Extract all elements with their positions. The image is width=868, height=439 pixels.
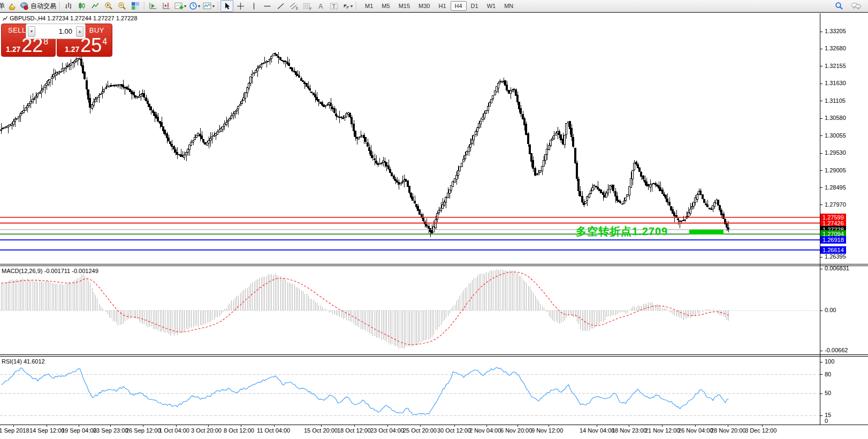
time-axis-label: 26 Sep 12:00 — [126, 427, 161, 434]
macd-tick-label: 0.00 — [825, 307, 836, 313]
svg-text:A: A — [318, 3, 323, 10]
periods-button[interactable]: ▾ — [188, 0, 201, 12]
price-tag: 1.26918 — [820, 236, 846, 244]
chevron-down-icon: ▾ — [198, 4, 200, 9]
macd-indicator-label: MACD(12,26,9) -0.001711 -0.001249 — [2, 268, 98, 274]
chevron-down-icon: ▾ — [212, 4, 215, 9]
line-chart-icon[interactable] — [89, 0, 102, 12]
candlestick-chart-icon[interactable] — [75, 0, 88, 12]
rsi-tick-label: 0 — [825, 418, 828, 424]
chat-icon[interactable] — [850, 0, 863, 12]
price-tick-label: 1.30055 — [825, 132, 846, 139]
timeframe-H4[interactable]: H4 — [451, 1, 467, 11]
price-tick-label: 1.29005 — [825, 167, 846, 173]
time-axis-label: 1 Oct 04:00 — [159, 427, 189, 434]
time-axis-label: 6 Nov 20:00 — [500, 427, 532, 434]
separator — [144, 2, 144, 10]
volume-input[interactable] — [37, 27, 74, 36]
rsi-panel[interactable] — [0, 357, 820, 425]
vertical-line-tool[interactable] — [247, 0, 260, 12]
timeframe-M1[interactable]: M1 — [361, 1, 377, 11]
price-tick-label: 1.27970 — [825, 201, 846, 208]
text-label-tool[interactable]: T — [328, 0, 340, 12]
symbol-ohlc-text: GBPUSD-,H4 1.27234 1.27244 1.27227 1.272… — [10, 15, 138, 21]
indicators-button[interactable]: ▾ — [173, 0, 187, 12]
timeframe-D1[interactable]: D1 — [467, 1, 483, 11]
zoom-out-icon[interactable] — [116, 0, 128, 12]
macd-tick-label: 0.006831 — [825, 265, 849, 271]
separator — [218, 2, 218, 10]
time-axis-label: 25 Oct 20:00 — [403, 427, 437, 434]
timeframe-W1[interactable]: W1 — [483, 1, 500, 11]
price-tick-label: 1.29530 — [825, 149, 846, 156]
pivot-annotation: 多空转折点1.2709 — [576, 224, 668, 239]
timeframe-M15[interactable]: M15 — [394, 1, 414, 11]
autotrading-button[interactable]: 自动交易 — [19, 0, 57, 12]
one-click-trade-panel: SELL 1.27228 BUY 1.27254 ▼ ▲ — [0, 24, 112, 57]
crosshair-tool[interactable] — [234, 0, 247, 12]
time-axis-label: 9 Nov 12:00 — [531, 427, 563, 434]
time-axis-label: 23 Oct 04:00 — [370, 427, 404, 434]
timeframe-MN[interactable]: MN — [500, 1, 517, 11]
chart-marker-icon — [3, 16, 7, 21]
time-axis-label: 28 Nov 20:00 — [711, 427, 745, 434]
price-tick-label: 1.26395 — [825, 253, 846, 260]
price-tick-label: 1.32680 — [825, 45, 846, 51]
price-tick-label: 1.33205 — [825, 28, 846, 34]
volume-decrease-button[interactable]: ▼ — [28, 26, 35, 37]
time-axis-label: 26 Nov 04:00 — [678, 427, 713, 434]
time-axis-label: 2 Nov 04:00 — [469, 427, 501, 434]
search-icon[interactable] — [833, 0, 846, 12]
zoom-in-icon[interactable] — [102, 0, 115, 12]
auto-scroll-icon[interactable] — [147, 0, 159, 12]
cursor-tool[interactable] — [220, 0, 233, 12]
tile-windows-icon[interactable] — [129, 0, 142, 12]
time-axis-label: 14 Sep 12:00 — [29, 427, 64, 434]
rsi-tick-label: 100 — [825, 358, 834, 365]
macd-tick-label: -0.00662 — [825, 347, 848, 353]
window-border — [0, 12, 868, 13]
price-tick-label: 1.31105 — [825, 97, 846, 104]
chevron-down-icon: ▾ — [351, 4, 353, 9]
time-axis-label: 8 Oct 12:00 — [224, 427, 254, 434]
trendline-tool[interactable] — [274, 0, 287, 12]
bar-chart-icon[interactable] — [62, 0, 75, 12]
text-tool[interactable]: A — [314, 0, 327, 12]
timeframe-M30[interactable]: M30 — [414, 1, 434, 11]
arrows-tool[interactable]: ▾ — [341, 0, 354, 12]
time-axis-label: 21 Nov 12:00 — [645, 427, 680, 434]
volume-control: ▼ ▲ — [26, 24, 86, 39]
time-axis-label: 18 Nov 23:00 — [612, 427, 646, 434]
price-tick-label: 1.32155 — [825, 63, 846, 69]
mt4-window: 单 自动交易 — [0, 0, 868, 439]
terminal-icon[interactable] — [5, 0, 18, 12]
svg-text:F: F — [309, 6, 311, 10]
macd-panel[interactable] — [0, 266, 820, 354]
time-axis-label: 14 Nov 04:00 — [580, 427, 614, 434]
main-chart-panel[interactable] — [0, 13, 820, 264]
autotrading-icon — [20, 2, 29, 10]
symbol-header: GBPUSD-,H4 1.27234 1.27244 1.27227 1.272… — [3, 15, 138, 21]
time-axis-label: 11 Sep 2018 — [0, 427, 29, 434]
equidistant-channel-tool[interactable]: E — [287, 0, 300, 12]
time-axis-label: 11 Oct 04:00 — [257, 427, 290, 434]
timeframe-H1[interactable]: H1 — [434, 1, 450, 11]
sell-label: SELL — [8, 26, 26, 34]
pivot-highlight-bar — [689, 230, 724, 234]
time-axis-label: 30 Oct 12:00 — [437, 427, 471, 434]
time-axis-label: 18 Oct 12:00 — [337, 427, 371, 434]
time-axis-label: 19 Sep 04:00 — [62, 427, 96, 434]
chart-shift-icon[interactable] — [160, 0, 173, 12]
horizontal-line-tool[interactable] — [261, 0, 273, 12]
new-order-button[interactable]: 单 — [0, 2, 5, 11]
timeframe-bar: M1M5M15M30H1H4D1W1MN — [361, 1, 517, 11]
timeframe-M5[interactable]: M5 — [377, 1, 394, 11]
chevron-down-icon: ▾ — [184, 4, 186, 9]
volume-increase-button[interactable]: ▲ — [76, 26, 83, 37]
svg-text:E: E — [296, 6, 299, 10]
price-tick-label: 1.31630 — [825, 80, 846, 86]
fibonacci-tool[interactable]: F — [301, 0, 314, 12]
templates-button[interactable]: ▾ — [202, 0, 216, 12]
time-axis-label: 3 Oct 20:00 — [191, 427, 222, 434]
time-axis-label: 3 Dec 12:00 — [745, 427, 776, 434]
